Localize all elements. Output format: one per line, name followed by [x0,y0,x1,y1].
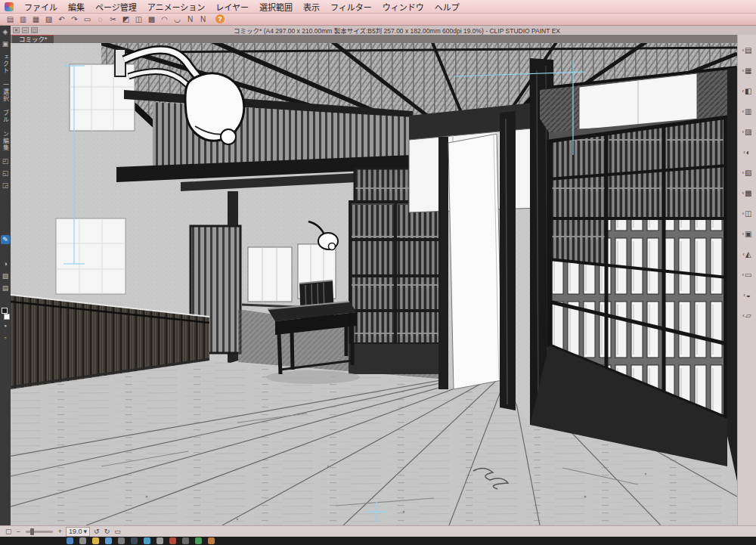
lasso-select-button[interactable]: ◌ [94,14,107,25]
redo-button[interactable]: ↷ [68,14,81,25]
cut-button[interactable]: ✂ [107,14,119,25]
new-page-button[interactable]: ▤ [4,14,17,25]
taskbar-app-2[interactable] [79,537,86,544]
dock-navigator-icon: ▦ [745,67,751,75]
snap-special-button[interactable]: ◡ [171,14,184,25]
menu-item-レイヤー[interactable]: レイヤー [210,1,254,13]
tool-panel-icon-3[interactable]: ◲ [1,181,10,190]
taskbar-app-12[interactable] [208,537,215,544]
help-button[interactable]: ? [215,14,225,23]
view-normal-button[interactable]: N [184,14,197,25]
taskbar-app-6[interactable] [131,537,138,544]
clip-studio-icon[interactable]: ◈ [1,27,10,36]
rotate-left-icon[interactable]: ↺ [94,528,100,535]
color-swatches[interactable] [2,308,10,320]
zoom-out-button[interactable]: − [17,528,20,535]
color-set-icon[interactable]: ▧ [1,271,10,280]
palette-tab-layer-select[interactable]: 一選択 [2,82,10,102]
taskbar-app-11[interactable] [195,537,202,544]
taskbar-app-10[interactable] [182,537,189,544]
palette-tab-edit[interactable]: ン編集 [2,131,10,151]
task-bar [0,537,756,545]
minimize-button[interactable]: ─ [22,27,29,33]
chevron-left-icon: ‹ [742,231,744,237]
taskbar-app-3[interactable] [92,537,99,544]
rect-select-button[interactable]: ▭ [81,14,94,25]
dock-brush-size[interactable]: ‹▭ [739,268,755,281]
taskbar-app-5[interactable] [118,537,125,544]
dock-color-slider[interactable]: ‹▩ [739,187,755,200]
foreground-color-swatch[interactable] [2,308,8,314]
tool-panel-icon-2[interactable]: ◱ [1,169,10,178]
navigator-icon[interactable]: ▣ [1,39,10,48]
dock-color-slider-icon: ▩ [745,189,751,197]
rotate-right-icon[interactable]: ↻ [104,528,110,535]
menu-item-ヘルプ[interactable]: ヘルプ [429,1,465,13]
taskbar-app-4[interactable] [105,537,112,544]
taskbar-app-8[interactable] [156,537,163,544]
zoom-slider-knob[interactable] [30,528,34,535]
save-button[interactable]: ▦ [29,14,42,25]
background-color-swatch[interactable] [4,314,10,320]
dock-tool-property[interactable]: ‹◭ [739,248,755,261]
dock-tool-icon: ◫ [745,209,751,218]
close-button[interactable]: ✕ [13,27,20,33]
dock-navigator[interactable]: ‹▦ [739,64,755,77]
dock-material-icon: ◒ [746,291,751,299]
status-memory-icon: ▢ [5,528,12,535]
zoom-dropdown-icon[interactable]: ▾ [84,528,88,536]
menu-item-ウィンドウ[interactable]: ウィンドウ [377,1,429,13]
status-bar: ▢ − + 19.0 ▾ ↺↻▭ [0,525,756,537]
palette-tab-table[interactable]: ブル [2,110,10,123]
dock-color-wheel-icon: ◐ [746,148,751,156]
zoom-slider[interactable] [26,531,53,533]
dock-layer-property[interactable]: ‹▨ [739,125,755,138]
dock-quick-access[interactable]: ‹▤ [739,44,755,57]
color-wheel-icon[interactable]: ◑ [1,259,10,268]
page-tab-comic[interactable]: コミック* [12,35,54,43]
menu-item-表示[interactable]: 表示 [298,1,325,13]
dock-information[interactable]: ‹▱ [739,309,755,322]
snap-ruler-button[interactable]: ◠ [158,14,171,25]
page-tab-row: コミック* [11,35,737,43]
active-tool-icon[interactable]: ✎ [1,235,10,244]
color-slider-icon[interactable]: ▤ [1,283,10,293]
dock-material[interactable]: ‹◒ [739,289,755,302]
zoom-in-button[interactable]: + [58,528,62,535]
menu-item-選択範囲[interactable]: 選択範囲 [254,1,298,13]
taskbar-app-7[interactable] [144,537,150,544]
menu-item-ファイル[interactable]: ファイル [19,1,63,13]
grid-button[interactable]: ▩ [145,14,158,25]
zoom-value[interactable]: 19.0 ▾ [66,527,90,537]
tool-panel-icon-1[interactable]: ◰ [1,156,10,166]
menu-bar: ファイル編集ページ管理アニメーションレイヤー選択範囲表示フィルターウィンドウヘル… [0,0,756,14]
menu-item-ページ管理[interactable]: ページ管理 [90,1,142,13]
dock-sub-view-icon: ◧ [745,87,751,95]
invert-select-button[interactable]: ◩ [119,14,132,25]
menu-item-アニメーション[interactable]: アニメーション [142,1,211,13]
dock-color-set[interactable]: ‹▧ [739,166,755,179]
undo-button[interactable]: ↶ [55,14,68,25]
dock-layer[interactable]: ‹▥ [739,105,755,118]
fit-screen-icon[interactable]: ▭ [114,528,121,535]
select-border-button[interactable]: ◫ [132,14,145,25]
taskbar-app-1[interactable] [67,537,73,544]
dock-color-wheel[interactable]: ‹◐ [739,146,755,159]
dock-sub-view[interactable]: ‹◧ [739,85,755,98]
dock-tool[interactable]: ‹◫ [739,207,755,220]
open-page-button[interactable]: ▥ [17,14,29,25]
artwork-canvas[interactable] [11,43,737,525]
view-reverse-button[interactable]: N [197,14,209,25]
dock-color-set-icon: ▧ [745,169,751,177]
chevron-left-icon: ‹ [742,47,744,54]
default-colors-icon[interactable]: ▫ [1,333,10,342]
taskbar-app-9[interactable] [169,537,176,544]
dock-sub-tool[interactable]: ‹▣ [739,228,755,240]
menu-item-フィルター[interactable]: フィルター [325,1,377,13]
export-button[interactable]: ▨ [42,14,55,25]
maximize-button[interactable]: ▢ [31,27,38,33]
swap-colors-icon[interactable]: ▪ [1,321,10,330]
palette-tab-object[interactable]: ェクト [2,54,10,74]
chevron-left-icon: ‹ [742,129,744,135]
menu-item-編集[interactable]: 編集 [63,1,90,13]
